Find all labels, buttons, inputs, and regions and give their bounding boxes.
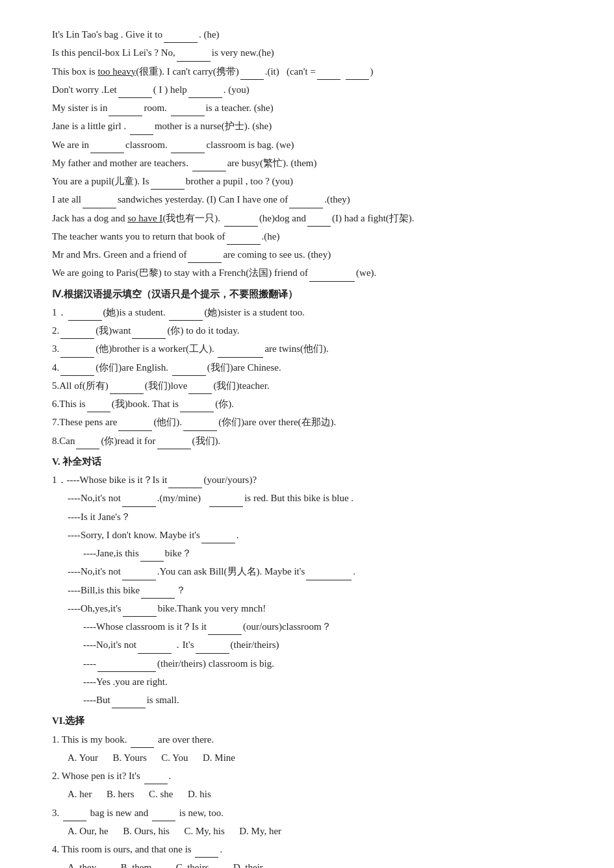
blank-5-1 bbox=[109, 116, 142, 116]
v-1-a4: ----Jane,is thisbike？ bbox=[83, 545, 575, 562]
blank-v-1-11 bbox=[138, 653, 172, 654]
v-1-a5: ----No,it's not.You can ask Bill(男人名). M… bbox=[68, 563, 575, 580]
section-iv-header: Ⅳ.根据汉语提示填空（汉语只是个提示，不要照搬翻译） bbox=[52, 286, 575, 303]
v-1-q: 1．----Whose bike is it？Is it(your/yours)… bbox=[52, 471, 575, 488]
v-1-a12: ----Butis small. bbox=[83, 691, 575, 708]
blank-iv-5-1 bbox=[110, 393, 144, 394]
v-1-a11: ----Yes .you are right. bbox=[83, 673, 575, 690]
blank-vi-2-1 bbox=[144, 784, 168, 784]
blank-iv-8-2 bbox=[157, 449, 191, 449]
blank-1-1 bbox=[164, 42, 198, 43]
blank-3-2 bbox=[317, 79, 340, 80]
line-8: My father and mother are teachers. are b… bbox=[52, 155, 575, 171]
line-12: The teacher wants you to return that boo… bbox=[52, 228, 575, 245]
blank-4-2 bbox=[188, 97, 222, 98]
underline-11-1: so have I bbox=[127, 213, 162, 223]
blank-v-1-4 bbox=[201, 543, 235, 543]
line-3: This box is too heavy(很重). I can't carry… bbox=[52, 63, 575, 80]
page-content: It's Lin Tao's bag . Give it to. (he) Is… bbox=[52, 26, 575, 868]
blank-7-1 bbox=[90, 153, 124, 153]
blank-v-1-14 bbox=[112, 708, 146, 708]
blank-v-1-13 bbox=[97, 671, 156, 672]
blank-iv-2-2 bbox=[132, 338, 166, 339]
blank-14-1 bbox=[309, 281, 355, 282]
iv-4: 4.(你们)are English. (我们)are Chinese. bbox=[52, 359, 575, 376]
line-6: Jane is a little girl . mother is a nurs… bbox=[52, 118, 575, 134]
line-4: Don't worry .Let( I ) help. (you) bbox=[52, 81, 575, 98]
vi-4-q: 4. This room is ours, and that one is . bbox=[52, 841, 575, 858]
blank-3-3 bbox=[346, 79, 369, 80]
blank-vi-3-1 bbox=[63, 821, 86, 821]
v-1-a8: ----Whose classroom is it？Is it(our/ours… bbox=[83, 618, 575, 635]
blank-v-1-1 bbox=[168, 488, 202, 488]
line-9: You are a pupil(儿童). Isbrother a pupil ,… bbox=[52, 173, 575, 190]
v-1-a6: ----Bill,is this bike？ bbox=[68, 582, 575, 599]
blank-iv-2-1 bbox=[60, 338, 94, 339]
blank-2-1 bbox=[177, 61, 211, 62]
blank-iv-6-1 bbox=[87, 412, 110, 412]
blank-4-1 bbox=[118, 97, 152, 98]
blank-v-1-9 bbox=[123, 616, 157, 617]
blank-11-1 bbox=[224, 226, 258, 227]
v-1-a10: ----(their/theirs) classroom is big. bbox=[83, 655, 575, 672]
blank-iv-6-2 bbox=[180, 412, 214, 412]
vi-2-q: 2. Whose pen is it? It's . bbox=[52, 767, 575, 784]
vi-2-options: A. her B. hers C. she D. his bbox=[68, 786, 575, 802]
blank-v-1-7 bbox=[306, 580, 352, 580]
underline-3-1: too heavy bbox=[97, 66, 136, 77]
line-2: Is this pencil-box Li Lei's ? No,is very… bbox=[52, 44, 575, 61]
blank-5-2 bbox=[171, 116, 205, 116]
iv-8: 8.Can(你)read it for(我们). bbox=[52, 432, 575, 449]
blank-iv-4-1 bbox=[60, 375, 94, 376]
blank-iv-3-1 bbox=[60, 357, 94, 358]
v-1-a9: ----No,it's not．It's(their/theirs) bbox=[83, 636, 575, 653]
blank-12-1 bbox=[227, 244, 261, 245]
iv-6: 6.This is(我)book. That is(你). bbox=[52, 395, 575, 412]
blank-iv-1-1 bbox=[68, 320, 102, 321]
blank-iv-5-2 bbox=[188, 393, 212, 394]
blank-vi-1-1 bbox=[131, 747, 154, 748]
blank-3-1 bbox=[240, 79, 264, 80]
blank-v-1-6 bbox=[122, 580, 156, 580]
vi-1-options: A. Your B. Yours C. You D. Mine bbox=[68, 749, 575, 766]
blank-iv-3-2 bbox=[218, 357, 263, 358]
v-1-a7: ----Oh,yes,it'sbike.Thank you very mnch! bbox=[68, 600, 575, 617]
vi-4-options: A. they B. them C. theirs D. their bbox=[68, 859, 575, 868]
blank-iv-7-2 bbox=[183, 430, 217, 431]
blank-6-1 bbox=[130, 134, 153, 135]
line-7: We are inclassroom. classroom is bag. (w… bbox=[52, 136, 575, 153]
blank-v-1-3 bbox=[209, 506, 243, 507]
blank-v-1-12 bbox=[196, 653, 229, 654]
blank-iv-7-1 bbox=[118, 430, 152, 431]
blank-10-1 bbox=[83, 208, 116, 208]
blank-v-1-5 bbox=[140, 561, 164, 562]
blank-vi-3-2 bbox=[152, 821, 175, 821]
line-14: We are going to Paris(巴黎) to stay with a… bbox=[52, 264, 575, 281]
section-iv-label: Ⅳ bbox=[52, 289, 61, 299]
vi-3-options: A. Our, he B. Ours, his C. My, his D. My… bbox=[68, 823, 575, 839]
blank-v-1-10 bbox=[208, 634, 242, 635]
line-5: My sister is inroom. is a teacher. (she) bbox=[52, 99, 575, 116]
blank-10-2 bbox=[289, 208, 323, 208]
blank-9-1 bbox=[151, 189, 185, 190]
section-v-label: V bbox=[52, 456, 58, 467]
section-vi-header: VI.选择 bbox=[52, 712, 575, 729]
line-11: Jack has a dog and so have I(我也有一只). (he… bbox=[52, 210, 575, 227]
line-13: Mr and Mrs. Green and a friend ofare com… bbox=[52, 246, 575, 263]
blank-11-2 bbox=[307, 226, 331, 227]
section-v-header: V. 补全对话 bbox=[52, 453, 575, 470]
blank-7-2 bbox=[171, 153, 205, 153]
blank-13-1 bbox=[188, 262, 222, 263]
line-1: It's Lin Tao's bag . Give it to. (he) bbox=[52, 26, 575, 43]
blank-iv-8-1 bbox=[76, 449, 99, 449]
iv-3: 3.(他)brother is a worker(工人). are twins(… bbox=[52, 340, 575, 357]
iv-7: 7.These pens are(他们).(你们)are over there(… bbox=[52, 414, 575, 430]
blank-8-1 bbox=[192, 171, 226, 171]
v-1-a1: ----No,it's not.(my/mine) is red. But th… bbox=[68, 490, 575, 506]
iv-5: 5.All of(所有)(我们)love(我们)teacher. bbox=[52, 377, 575, 394]
v-1-a2: ----Is it Jane's？ bbox=[68, 508, 575, 525]
blank-iv-4-2 bbox=[172, 375, 206, 376]
blank-v-1-2 bbox=[122, 506, 156, 507]
blank-iv-1-2 bbox=[169, 320, 203, 321]
iv-1: 1．(她)is a student. (她)sister is a studen… bbox=[52, 304, 575, 321]
